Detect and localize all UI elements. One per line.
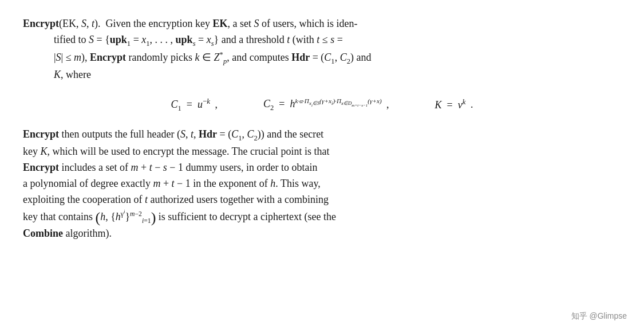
main-content: Encrypt(EK, S, t). Given the encryption … <box>23 16 621 242</box>
para1-line3: |S| ≤ m), Encrypt randomly picks k ∈ Z*p… <box>23 49 621 67</box>
para2-line4: a polynomial of degree exactly m + t − 1… <box>23 176 621 192</box>
para2-line3: Encrypt includes a set of m + t − s − 1 … <box>23 160 621 176</box>
encrypt-keyword: Encrypt <box>23 18 59 29</box>
equation-k: K = vk . <box>435 96 473 113</box>
para1-line2: tified to S = {upk1 = x1, . . . , upks =… <box>23 32 621 49</box>
para2-line7: Combine algorithm). <box>23 226 621 242</box>
paragraph-1: Encrypt(EK, S, t). Given the encryption … <box>23 16 621 83</box>
watermark: 知乎 @Glimpse <box>571 310 627 323</box>
equation-c2: C2 = hk·α·Πxi∈S(γ+xi)·Πx∈Dm+t−s−1(γ+x) , <box>263 96 389 113</box>
para1-line4: K, where <box>23 67 621 83</box>
equation-c1: C1 = u−k , <box>171 96 218 114</box>
equations-block: C1 = u−k , C2 = hk·α·Πxi∈S(γ+xi)·Πx∈Dm+t… <box>23 96 621 114</box>
para2-line2: key K, which will be used to encrypt the… <box>23 144 621 160</box>
para1-line1: Encrypt(EK, S, t). Given the encryption … <box>23 16 621 32</box>
paragraph-2: Encrypt then outputs the full header (S,… <box>23 127 621 242</box>
para2-line5: exploiting the cooperation of t authoriz… <box>23 192 621 208</box>
para2-line6: key that contains (h, {hγi}m−2i=1) is su… <box>23 208 621 226</box>
para2-line1: Encrypt then outputs the full header (S,… <box>23 127 621 144</box>
